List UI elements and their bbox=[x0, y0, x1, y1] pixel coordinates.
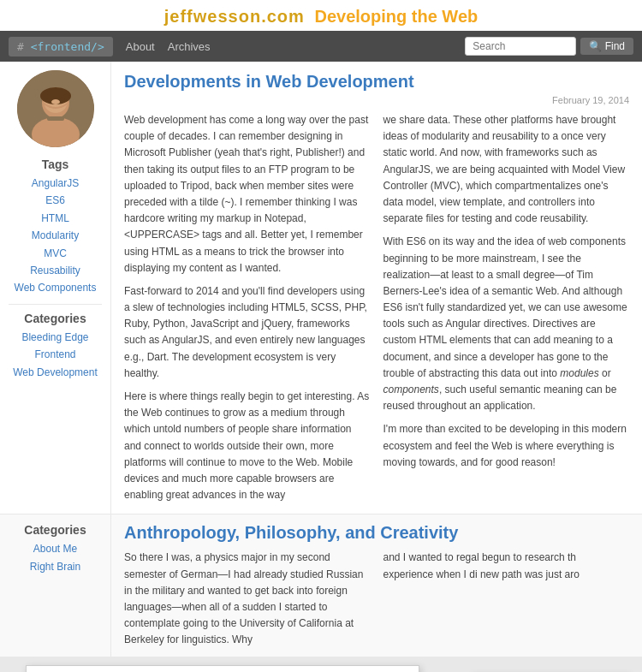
second-article: Anthropology, Philosophy, and Creativity… bbox=[111, 514, 642, 657]
sidebar-categories-title: Categories bbox=[9, 312, 102, 325]
article-2-body: So there I was, a physics major in my se… bbox=[124, 550, 629, 648]
site-tagline: Developing the Web bbox=[314, 7, 478, 26]
article-1-col2-p3: I'm more than excited to be developing i… bbox=[383, 421, 630, 471]
tag-modularity[interactable]: Modularity bbox=[9, 227, 102, 244]
sidebar-divider bbox=[9, 304, 102, 305]
cat-frontend[interactable]: Frontend bbox=[9, 346, 102, 363]
article-1-date: February 19, 2014 bbox=[124, 95, 629, 105]
article-1-col2-p1: we share data. These other platforms hav… bbox=[383, 112, 630, 227]
article-content: Developments in Web Development February… bbox=[111, 62, 642, 514]
navbar: # <frontend/> About Archives 🔍 Find bbox=[0, 31, 642, 62]
mini-desktop-screenshot: jeffwesson.com Developing the Web <front… bbox=[26, 665, 419, 672]
article-2-col1: So there I was, a physics major in my se… bbox=[124, 550, 371, 648]
second-section: Categories About Me Right Brain Anthropo… bbox=[0, 514, 642, 657]
screenshots-area: jeffwesson.com Developing the Web <front… bbox=[0, 657, 642, 672]
svg-rect-5 bbox=[47, 116, 64, 121]
article-1-title: Developments in Web Development bbox=[124, 72, 629, 92]
article-1-col2: we share data. These other platforms hav… bbox=[383, 112, 630, 503]
article-1-col1-p1: Web development has come a long way over… bbox=[124, 112, 371, 277]
article-2-title: Anthropology, Philosophy, and Creativity bbox=[124, 523, 629, 543]
avatar-image bbox=[17, 70, 94, 147]
brand-text: <frontend/> bbox=[31, 40, 104, 53]
tag-reusability[interactable]: Reusability bbox=[9, 262, 102, 279]
find-button[interactable]: 🔍 Find bbox=[580, 38, 633, 55]
site-name: jeffwesson.com bbox=[164, 7, 305, 26]
cat2-right-brain[interactable]: Right Brain bbox=[9, 558, 102, 575]
mini-desktop-header: jeffwesson.com Developing the Web bbox=[27, 666, 419, 672]
second-sidebar-title: Categories bbox=[9, 523, 102, 537]
article-2-col1-text: So there I was, a physics major in my se… bbox=[124, 550, 371, 648]
article-1-body: Web development has come a long way over… bbox=[124, 112, 629, 503]
cat2-about-me[interactable]: About Me bbox=[9, 540, 102, 557]
tag-html[interactable]: HTML bbox=[9, 210, 102, 227]
tag-mvc[interactable]: MVC bbox=[9, 245, 102, 262]
brand-logo[interactable]: # <frontend/> bbox=[9, 37, 113, 56]
search-input[interactable] bbox=[465, 37, 576, 56]
avatar bbox=[17, 70, 94, 147]
cat-bleeding-edge[interactable]: Bleeding Edge bbox=[9, 329, 102, 346]
article-2-col2-text: and I wanted to regal begun to research … bbox=[383, 550, 630, 582]
tag-es6[interactable]: ES6 bbox=[9, 192, 102, 209]
article-1-col1-p2: Fast-forward to 2014 and you'll find dev… bbox=[124, 283, 371, 382]
site-header: jeffwesson.com Developing the Web bbox=[0, 0, 642, 31]
svg-point-6 bbox=[51, 99, 60, 104]
article-1-col2-p2: With ES6 on its way and the idea of web … bbox=[383, 234, 630, 414]
nav-about[interactable]: About bbox=[126, 40, 155, 53]
article-2-col2: and I wanted to regal begun to research … bbox=[383, 550, 630, 648]
main-container: Tags AngularJS ES6 HTML Modularity MVC R… bbox=[0, 62, 642, 514]
cat-web-development[interactable]: Web Development bbox=[9, 364, 102, 381]
tag-angularjs[interactable]: AngularJS bbox=[9, 175, 102, 192]
tag-web-components[interactable]: Web Components bbox=[9, 279, 102, 296]
sidebar: Tags AngularJS ES6 HTML Modularity MVC R… bbox=[0, 62, 111, 514]
second-sidebar: Categories About Me Right Brain bbox=[0, 514, 111, 657]
sidebar-tags-title: Tags bbox=[9, 158, 102, 171]
article-1: Developments in Web Development February… bbox=[124, 72, 629, 503]
nav-archives[interactable]: Archives bbox=[168, 40, 211, 53]
search-area: 🔍 Find bbox=[465, 37, 633, 56]
article-1-col1-p3: Here is where things really begin to get… bbox=[124, 389, 371, 503]
brand-hash: # bbox=[17, 40, 24, 53]
article-1-col1: Web development has come a long way over… bbox=[124, 112, 371, 503]
